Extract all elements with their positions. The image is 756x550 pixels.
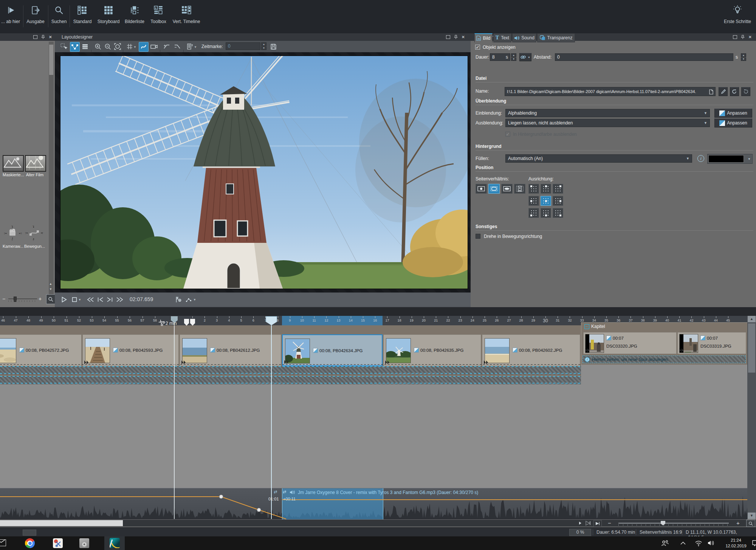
list-settings-icon[interactable] [186,42,195,51]
timeline-clip-1[interactable]: 00:08, PB042593.JPG [82,334,179,366]
scrollbar-thumb[interactable] [49,45,53,75]
installer-app-icon[interactable] [79,538,89,548]
dauer-spinner[interactable]: ▲▼ [511,53,516,61]
stop-dropdown-icon[interactable]: ▼ [78,298,81,301]
save-icon[interactable] [269,42,278,51]
envelope-keyframe[interactable] [219,495,223,499]
play-icon[interactable] [59,295,68,304]
volume-icon[interactable] [708,540,714,546]
effect-kamera-thumbnail[interactable]: ???? [4,225,22,241]
tab-bild[interactable]: Bild [474,33,493,42]
empty-track-1[interactable] [0,366,581,374]
vertical-timeline-view-button[interactable]: Vert. Timeline [170,4,203,30]
kapitel-clip-0[interactable]: 00:07DSC03320.JPG [583,332,677,354]
ausblendung-dropdown[interactable]: Liegen lassen, nicht ausblenden▼ [505,119,710,127]
zoom-fit-icon[interactable] [113,42,122,51]
tab-sound[interactable]: Sound [512,33,536,42]
new-track-drop-zone[interactable]: i Hierher ziehen, um neue Spur anzulegen… [582,356,746,363]
background-color-picker[interactable]: ▼ [707,154,753,164]
zoom-out-button[interactable]: − [2,296,5,302]
ausblendung-anpassen-button[interactable]: Anpassen [714,118,752,127]
erste-schritte-button[interactable]: Erste Schritte [720,4,755,30]
scrollbar-up-icon[interactable]: ▲ [49,282,52,286]
fade-ab-icon[interactable] [210,348,215,353]
zoom-page-button[interactable] [746,520,755,527]
rewind-icon[interactable] [86,295,95,304]
toolbox-view-button[interactable]: Toolbox [148,4,169,30]
align-t-button[interactable] [541,184,551,194]
close-icon[interactable]: × [748,35,751,39]
maximize-icon[interactable] [733,35,737,39]
page-flip-icon[interactable] [709,89,714,95]
preview-canvas[interactable] [60,56,468,289]
timeline-clip-3[interactable]: 00:08, PB042634.JPG [282,334,383,366]
align-r-button[interactable] [553,196,563,206]
ausgabe-button[interactable]: Ausgabe [24,4,47,30]
people-tray-icon[interactable] [661,540,669,547]
layers-icon[interactable] [81,42,90,51]
zoom-in-button[interactable]: + [39,296,42,302]
align-c-button[interactable] [541,196,551,206]
transition-icon[interactable] [585,348,590,353]
align-br-button[interactable] [553,208,563,218]
align-l-button[interactable] [528,196,539,206]
fast-forward-icon[interactable] [115,295,124,304]
hscrollbar-thumb[interactable] [0,520,123,526]
grid-dropdown-icon[interactable]: ▼ [133,45,136,49]
zeitmarke-spinner[interactable]: ▲▼ [261,42,266,50]
options-dropdown-icon[interactable]: ▼ [193,298,196,301]
timeline-clip-2[interactable]: 00:08, PB042612.JPG [180,334,281,366]
timeline-zoom-out-button[interactable]: − [608,520,611,526]
abstand-input[interactable]: 0 [555,53,733,61]
edit-name-button[interactable] [719,87,728,96]
rotate-in-direction-checkbox[interactable] [476,234,480,239]
close-icon[interactable]: × [462,35,465,39]
fade-ab-icon[interactable] [313,348,318,353]
rotate-left-button[interactable] [730,87,739,96]
next-frame-icon[interactable] [105,295,115,304]
align-tl-button[interactable] [528,184,539,194]
tray-expand-icon[interactable] [680,541,686,545]
fade-ab-icon[interactable] [414,348,419,353]
previous-frame-icon[interactable] [96,295,105,304]
empty-track-2[interactable] [0,376,581,384]
aspect-stretch-button[interactable] [501,184,513,194]
aspect-portrait-button[interactable] [514,184,525,194]
grid-icon[interactable] [125,42,134,51]
maximize-icon[interactable] [446,35,450,39]
transition-icon[interactable] [679,348,684,353]
pin-icon[interactable] [454,35,458,39]
timeline-clip-5[interactable]: 00:08, PB042602.JPG [482,334,580,366]
timeline-clip-0[interactable]: 00:08, PB042572.JPG [0,334,82,366]
zoom-in-icon[interactable] [93,42,102,51]
zoom-fit-timeline-button[interactable] [593,520,602,527]
active-app-cell[interactable] [104,536,125,550]
marker-visibility-icon[interactable] [174,295,183,304]
clock[interactable]: 21:24 12.02.2019 [721,538,751,549]
scroll-right-icon[interactable] [578,521,582,525]
zoom-selection-icon[interactable] [585,520,591,526]
scrollbar-down-icon[interactable]: ▼ [49,287,52,291]
fuellen-dropdown[interactable]: Automatisch (An)▼ [505,154,692,163]
kapitel-collapse-icon[interactable]: – [584,324,589,329]
list-dropdown-icon[interactable]: ▼ [194,45,197,49]
aspect-original-button[interactable] [476,184,487,194]
pin-icon[interactable] [741,35,745,39]
crossfade-icon[interactable]: ⇄ [274,489,277,494]
mail-app-icon[interactable] [0,539,6,546]
standard-view-button[interactable]: Standard [70,4,94,30]
zoom-page-button[interactable] [46,294,55,304]
tab-text[interactable]: T Text [493,33,511,42]
align-b-button[interactable] [541,208,551,218]
maximize-icon[interactable] [33,35,37,39]
audio-track[interactable]: ⇄ ⇄ Jm Jarre Oxygene 8 Cover - remix wit… [0,488,747,519]
einblendung-dropdown[interactable]: Alphablending▼ [505,109,710,117]
fade-in-curve-icon[interactable] [162,42,171,51]
align-bl-button[interactable] [528,208,539,218]
timeline-clip-4[interactable]: 00:08, PB042635.JPG [383,334,481,366]
play-from-here-button[interactable]: ... ab hier [0,4,21,30]
timeline-vscrollbar[interactable]: ▲ ▼ [747,316,756,519]
scroll-down-icon[interactable]: ▼ [748,513,756,519]
bilderliste-view-button[interactable]: Bilderliste [122,4,147,30]
effect-bewegung-thumbnail[interactable]: ???? [25,225,43,241]
